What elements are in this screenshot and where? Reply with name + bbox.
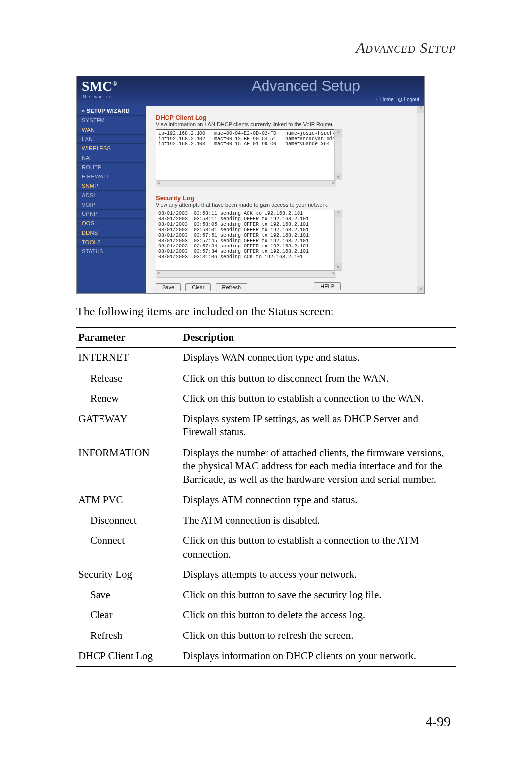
sidebar: » SETUP WIZARDSYSTEMWANLANWIRELESSNATROU… bbox=[77, 106, 146, 293]
dhcp-log-heading: DHCP Client Log bbox=[156, 114, 407, 121]
table-row: ReleaseClick on this button to disconnec… bbox=[76, 368, 456, 388]
table-row: SaveClick on this button to save the sec… bbox=[76, 585, 456, 605]
table-row: Security LogDisplays attempts to access … bbox=[76, 564, 456, 585]
pane-scroll-down-icon[interactable]: v bbox=[417, 286, 424, 293]
logout-link[interactable]: Logout bbox=[398, 97, 419, 102]
table-row: ConnectClick on this button to establish… bbox=[76, 530, 456, 564]
security-log-hscroll[interactable] bbox=[156, 271, 336, 278]
sidebar-item-ddns[interactable]: DDNS bbox=[77, 228, 146, 237]
sidebar-item-wan[interactable]: WAN bbox=[77, 125, 146, 134]
param-desc: Displays ATM connection type and status. bbox=[181, 490, 456, 510]
param-desc: Click on this button to refresh the scre… bbox=[181, 626, 456, 646]
sidebar-item-upnp[interactable]: UPnP bbox=[77, 209, 146, 218]
sidebar-item-nat[interactable]: NAT bbox=[77, 153, 146, 162]
sidebar-item-qos[interactable]: QoS bbox=[77, 218, 146, 228]
param-desc: Displays information on DHCP clients on … bbox=[181, 646, 456, 666]
param-name: ATM PVC bbox=[76, 490, 181, 510]
security-log-sub: View any attempts that have been made to… bbox=[156, 202, 407, 208]
param-desc: Click on this button to save the securit… bbox=[181, 585, 456, 605]
intro-text: The following items are included on the … bbox=[76, 305, 456, 318]
sidebar-item-wireless[interactable]: WIRELESS bbox=[77, 143, 146, 153]
brand-subtext: Networks bbox=[83, 94, 113, 99]
param-desc: Displays WAN connection type and status. bbox=[181, 348, 456, 368]
param-desc: The ATM connection is disabled. bbox=[181, 510, 456, 530]
table-row: GATEWAYDisplays system IP settings, as w… bbox=[76, 409, 456, 443]
scroll-down-icon[interactable]: v bbox=[335, 263, 342, 270]
save-button[interactable]: Save bbox=[156, 283, 181, 291]
page-header: Advanced Setup bbox=[76, 39, 456, 56]
param-desc: Displays the number of attached clients,… bbox=[181, 443, 456, 490]
dhcp-log-scrollbar[interactable]: ^ v bbox=[334, 129, 342, 180]
banner-links: Home Logout bbox=[373, 97, 419, 102]
help-button[interactable]: HELP bbox=[314, 282, 341, 290]
param-name: DHCP Client Log bbox=[76, 646, 181, 666]
param-name: Security Log bbox=[76, 564, 181, 585]
sidebar-item-tools[interactable]: TOOLS bbox=[77, 237, 146, 246]
sidebar-item-adsl[interactable]: ADSL bbox=[77, 190, 146, 200]
scroll-up-icon[interactable]: ^ bbox=[335, 210, 342, 217]
dhcp-log-sub: View information on LAN DHCP clients cur… bbox=[156, 121, 407, 127]
sidebar-item-status[interactable]: STATUS bbox=[77, 246, 146, 256]
refresh-button[interactable]: Refresh bbox=[216, 283, 248, 291]
table-row: INFORMATIONDisplays the number of attach… bbox=[76, 443, 456, 490]
param-name: INTERNET bbox=[76, 348, 181, 368]
banner-title: Advanced Setup bbox=[252, 77, 360, 94]
param-desc: Click on this button to disconnect from … bbox=[181, 368, 456, 388]
param-name: Release bbox=[76, 368, 181, 388]
table-row: RenewClick on this button to establish a… bbox=[76, 388, 456, 409]
param-desc: Click on this button to establish a conn… bbox=[181, 388, 456, 409]
parameter-table: Parameter Description INTERNETDisplays W… bbox=[76, 327, 456, 666]
security-log-heading: Security Log bbox=[156, 194, 407, 202]
sidebar-item-system[interactable]: SYSTEM bbox=[77, 115, 146, 125]
sidebar-item-route[interactable]: ROUTE bbox=[77, 162, 146, 172]
security-log-textarea[interactable]: 08/01/2003 03:58:11 sending ACK to 192.1… bbox=[156, 210, 340, 271]
param-name: Connect bbox=[76, 530, 181, 564]
sidebar-item-snmp[interactable]: SNMP bbox=[77, 181, 146, 190]
sidebar-item-voip[interactable]: VoIP bbox=[77, 200, 146, 209]
clear-button[interactable]: Clear bbox=[185, 283, 211, 291]
param-desc: Click on this button to establish a conn… bbox=[181, 530, 456, 564]
dhcp-log-hscroll[interactable] bbox=[156, 180, 336, 187]
content-pane: DHCP Client Log View information on LAN … bbox=[146, 106, 417, 293]
table-row: ClearClick on this button to delete the … bbox=[76, 605, 456, 625]
brand-logo: SMC® bbox=[82, 78, 117, 94]
table-row: ATM PVCDisplays ATM connection type and … bbox=[76, 490, 456, 510]
page-number: 4-99 bbox=[426, 714, 451, 730]
dhcp-log-textarea[interactable]: ip=192.168.2.100 mac=00-04-E2-0D-02-FD n… bbox=[156, 129, 340, 180]
param-name: Clear bbox=[76, 605, 181, 625]
sidebar-item-lan[interactable]: LAN bbox=[77, 134, 146, 143]
param-desc: Displays system IP settings, as well as … bbox=[181, 409, 456, 443]
table-row: RefreshClick on this button to refresh t… bbox=[76, 626, 456, 646]
sidebar-item-firewall[interactable]: FIREWALL bbox=[77, 172, 146, 181]
param-name: GATEWAY bbox=[76, 409, 181, 443]
screenshot-banner: SMC® Networks Advanced Setup Home Logout bbox=[77, 76, 424, 106]
param-name: INFORMATION bbox=[76, 443, 181, 490]
col-parameter: Parameter bbox=[76, 327, 181, 348]
sidebar-item--setup-wizard[interactable]: » SETUP WIZARD bbox=[77, 106, 146, 115]
param-name: Renew bbox=[76, 388, 181, 409]
col-description: Description bbox=[181, 327, 456, 348]
param-desc: Displays attempts to access your network… bbox=[181, 564, 456, 585]
param-name: Save bbox=[76, 585, 181, 605]
pane-scrollbar[interactable]: ^ v bbox=[417, 106, 424, 293]
table-row: INTERNETDisplays WAN connection type and… bbox=[76, 348, 456, 368]
home-link[interactable]: Home bbox=[376, 97, 394, 102]
table-row: DHCP Client LogDisplays information on D… bbox=[76, 646, 456, 666]
scroll-down-icon[interactable]: v bbox=[335, 173, 342, 180]
table-row: DisconnectThe ATM connection is disabled… bbox=[76, 510, 456, 530]
scroll-up-icon[interactable]: ^ bbox=[335, 130, 342, 137]
param-desc: Click on this button to delete the acces… bbox=[181, 605, 456, 625]
security-log-scrollbar[interactable]: ^ v bbox=[334, 210, 342, 271]
pane-scroll-up-icon[interactable]: ^ bbox=[417, 106, 424, 113]
router-admin-screenshot: SMC® Networks Advanced Setup Home Logout… bbox=[76, 76, 425, 294]
param-name: Refresh bbox=[76, 626, 181, 646]
param-name: Disconnect bbox=[76, 510, 181, 530]
